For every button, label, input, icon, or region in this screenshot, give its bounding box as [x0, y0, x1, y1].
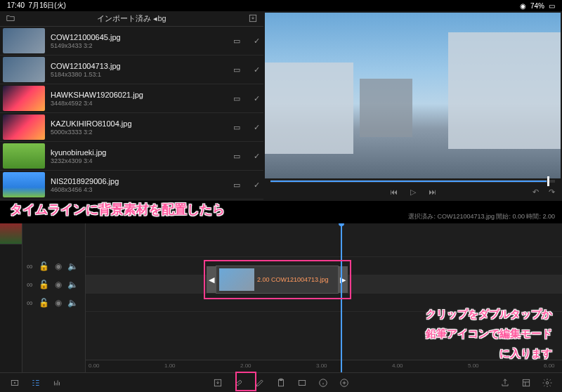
- asset-thumbnail: [3, 57, 45, 82]
- asset-filename: kyunobirueki.jpg: [51, 148, 224, 157]
- library-title[interactable]: インポート済み ◂bg: [97, 13, 166, 24]
- visibility-icon[interactable]: ◉: [55, 298, 62, 308]
- edit-button[interactable]: [251, 375, 269, 391]
- clipboard-button[interactable]: [272, 375, 290, 391]
- lock-icon[interactable]: 🔓: [39, 261, 49, 271]
- lock-icon[interactable]: 🔓: [39, 280, 49, 289]
- playhead[interactable]: [341, 223, 342, 372]
- timeline-gutter: [0, 223, 22, 372]
- mute-icon[interactable]: 🔈: [67, 298, 78, 308]
- asset-row[interactable]: kyunobirueki.jpg3232x4309 3:4▭✓: [0, 142, 263, 171]
- play-button[interactable]: ▷: [410, 188, 416, 197]
- asset-row[interactable]: COW121004713.jpg5184x3380 1.53:1▭✓: [0, 55, 263, 84]
- asset-type-icon: ▭: [230, 65, 244, 74]
- svg-rect-8: [523, 379, 529, 386]
- svg-point-9: [546, 381, 549, 384]
- asset-filename: KAZUKIHIRO81004.jpg: [51, 119, 224, 128]
- asset-thumbnail: [3, 172, 45, 197]
- asset-row[interactable]: COW121000645.jpg5149x3433 3:2▭✓: [0, 27, 263, 55]
- info-button[interactable]: [314, 375, 332, 391]
- asset-row[interactable]: HAWKSHAW19206021.jpg3448x4592 3:4▭✓: [0, 84, 263, 113]
- timeline-clip[interactable]: ◀ 2.00 COW121004713.jpg ▶: [216, 266, 339, 294]
- asset-type-icon: ▭: [230, 94, 244, 103]
- asset-type-icon: ▭: [230, 152, 244, 161]
- clip-trim-left[interactable]: ◀: [207, 266, 216, 293]
- wifi-icon: ◉: [520, 2, 526, 10]
- asset-row[interactable]: NIS2018929006.jpg4608x3456 4:3▭✓: [0, 171, 263, 200]
- next-frame-button[interactable]: ⏭: [429, 188, 436, 196]
- settings-button[interactable]: [538, 375, 556, 391]
- visibility-icon[interactable]: ◉: [55, 261, 62, 271]
- link-icon[interactable]: ∞: [27, 261, 33, 271]
- add-button[interactable]: [335, 375, 353, 391]
- folder-icon[interactable]: [6, 13, 15, 25]
- preview-image[interactable]: [265, 13, 561, 178]
- asset-meta: 5000x3333 3:2: [51, 129, 224, 136]
- ruler-tick: 0.00: [89, 362, 100, 369]
- asset-filename: HAWKSHAW19206021.jpg: [51, 91, 224, 99]
- asset-thumbnail: [3, 143, 45, 169]
- layout-button[interactable]: [517, 375, 535, 391]
- link-icon[interactable]: ∞: [27, 280, 33, 289]
- asset-meta: 4608x3456 4:3: [51, 186, 224, 193]
- asset-meta: 5184x3380 1.53:1: [51, 71, 224, 78]
- timeline: ∞ 🔓 ◉ 🔈 ∞ 🔓 ◉ 🔈 ∞ 🔓 ◉ 🔈 ◀ 2.00 COW121004…: [0, 223, 562, 372]
- clip-trim-right[interactable]: ▶: [338, 266, 348, 293]
- battery-icon: ▭: [549, 2, 555, 10]
- tracks-button[interactable]: [27, 375, 45, 391]
- check-icon: ✓: [249, 94, 263, 103]
- library-panel: インポート済み ◂bg COW121000645.jpg5149x3433 3:…: [0, 11, 263, 201]
- asset-thumbnail: [3, 86, 45, 111]
- add-track-button[interactable]: [6, 375, 24, 391]
- ruler-tick: 2.00: [240, 362, 251, 369]
- visibility-icon[interactable]: ◉: [55, 280, 62, 289]
- track-header: ∞ 🔓 ◉ 🔈: [22, 257, 85, 275]
- battery-text: 74%: [530, 2, 544, 10]
- import-icon[interactable]: [248, 13, 258, 25]
- check-icon: ✓: [249, 65, 263, 74]
- asset-filename: COW121000645.jpg: [51, 33, 224, 41]
- preview-scrubber[interactable]: [270, 180, 555, 183]
- clip-label: 2.00 COW121004713.jpg: [257, 276, 329, 283]
- asset-type-icon: ▭: [230, 37, 244, 46]
- ruler-tick: 6.00: [544, 362, 555, 369]
- redo-button[interactable]: ↷: [549, 188, 555, 197]
- ruler-tick: 1.00: [164, 362, 176, 369]
- share-button[interactable]: [496, 375, 514, 391]
- svg-rect-5: [299, 380, 305, 385]
- undo-button[interactable]: ↶: [532, 188, 539, 197]
- link-icon[interactable]: ∞: [27, 298, 33, 308]
- status-date: 7月16日(火): [29, 1, 66, 9]
- prev-frame-button[interactable]: ⏮: [390, 188, 398, 196]
- ruler-tick: 4.00: [392, 362, 403, 369]
- preview-controls: ⏮ ▷ ⏭ ↶ ↷: [263, 183, 562, 201]
- check-icon: ✓: [249, 123, 263, 132]
- asset-filename: NIS2018929006.jpg: [51, 177, 224, 185]
- track-header: ∞ 🔓 ◉ 🔈: [22, 294, 85, 312]
- track-header: ∞ 🔓 ◉ 🔈: [22, 275, 85, 294]
- status-time: 17:40: [7, 1, 25, 9]
- mute-icon[interactable]: 🔈: [67, 280, 78, 289]
- lock-icon[interactable]: 🔓: [39, 298, 49, 308]
- ruler-tick: 3.00: [316, 362, 327, 369]
- track-controls: ∞ 🔓 ◉ 🔈 ∞ 🔓 ◉ 🔈 ∞ 🔓 ◉ 🔈: [22, 223, 86, 372]
- check-icon: ✓: [249, 181, 263, 190]
- frame-button[interactable]: [293, 375, 311, 391]
- link-button[interactable]: [230, 375, 248, 391]
- levels-button[interactable]: [48, 375, 66, 391]
- track-area[interactable]: ◀ 2.00 COW121004713.jpg ▶ 0.001.002.003.…: [86, 223, 562, 372]
- asset-row[interactable]: KAZUKIHIRO81004.jpg5000x3333 3:2▭✓: [0, 113, 263, 142]
- timeline-ruler[interactable]: 0.001.002.003.004.005.006.00: [86, 360, 562, 372]
- asset-meta: 3232x4309 3:4: [51, 157, 224, 164]
- check-icon: ✓: [249, 152, 263, 161]
- clip-thumbnail: [219, 268, 254, 291]
- preview-panel: ⏮ ▷ ⏭ ↶ ↷: [263, 11, 562, 201]
- ruler-tick: 5.00: [468, 362, 479, 369]
- import-button[interactable]: [209, 375, 227, 391]
- status-bar: 17:40 7月16日(火) ◉ 74% ▭: [0, 0, 562, 11]
- mute-icon[interactable]: 🔈: [67, 261, 78, 271]
- selection-info: 選択済み: COW121004713.jpg 開始: 0.00 時間: 2.00: [408, 212, 555, 221]
- check-icon: ✓: [249, 37, 263, 46]
- annotation-text: タイムラインに背景素材を配置したら: [10, 201, 225, 218]
- asset-filename: COW121004713.jpg: [51, 62, 224, 70]
